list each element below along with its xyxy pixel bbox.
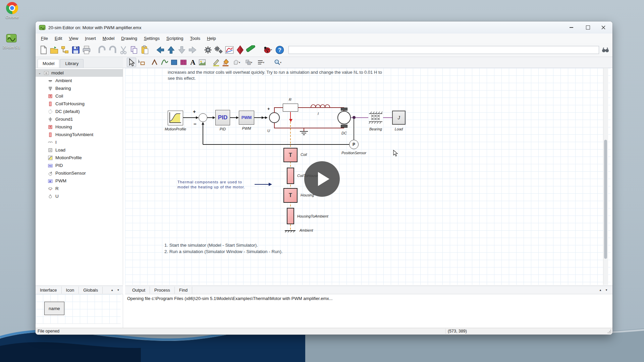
pattern-rect-tool-icon[interactable] xyxy=(179,58,188,67)
zoom-tool-icon[interactable]: ▾ xyxy=(272,58,284,67)
video-play-button[interactable] xyxy=(304,161,340,197)
close-button[interactable] xyxy=(596,21,611,34)
block-pid[interactable]: PID xyxy=(215,110,230,125)
undo-icon[interactable] xyxy=(97,45,107,55)
submodel-pointer-icon[interactable] xyxy=(137,58,146,67)
menu-tools[interactable]: Tools xyxy=(187,35,204,42)
titlebar[interactable]: 20-sim Editor on: Motor with PWM amplifi… xyxy=(36,21,612,34)
tree-item-pwm[interactable]: PWM xyxy=(36,177,123,185)
scrollbar-thumb[interactable] xyxy=(604,140,607,259)
tab-find[interactable]: Find xyxy=(175,287,192,294)
tab-library[interactable]: Library xyxy=(60,59,84,68)
debug-ladybug-icon[interactable]: ▾ xyxy=(262,45,274,55)
block-housing[interactable]: T xyxy=(283,188,298,203)
block-positionsensor[interactable]: P xyxy=(349,140,359,149)
canvas-vertical-scrollbar[interactable] xyxy=(603,68,608,285)
tab-output[interactable]: Output xyxy=(128,287,150,294)
help-icon[interactable]: ? xyxy=(275,45,284,55)
menu-edit[interactable]: Edit xyxy=(51,35,65,42)
block-r-resistor[interactable] xyxy=(283,104,298,112)
tree-item-u[interactable]: U xyxy=(36,192,123,200)
go-back-icon[interactable] xyxy=(156,45,165,55)
print-icon[interactable] xyxy=(82,45,91,55)
simulator-gears-icon[interactable] xyxy=(214,45,223,55)
tree-item-coil[interactable]: Coil xyxy=(36,92,123,100)
sum-junction[interactable] xyxy=(199,113,207,122)
desktop-shortcut-chrome[interactable]: Chrome xyxy=(1,2,23,19)
menu-file[interactable]: File xyxy=(38,35,51,42)
search-input[interactable] xyxy=(288,46,599,54)
tree-item-housing[interactable]: Housing xyxy=(36,123,123,131)
block-u-source[interactable] xyxy=(269,112,280,123)
settings-gear-icon[interactable] xyxy=(203,45,213,55)
rectangle-tool-icon[interactable] xyxy=(170,58,178,67)
go-up-icon[interactable] xyxy=(166,45,176,55)
text-tool-icon[interactable]: A xyxy=(189,58,197,67)
open-file-icon[interactable] xyxy=(50,45,59,55)
align-icon[interactable]: ▾ xyxy=(255,58,266,67)
block-dc-motor[interactable] xyxy=(337,111,351,124)
menu-model[interactable]: Model xyxy=(99,35,118,42)
tab-model[interactable]: Model xyxy=(38,59,59,68)
menu-drawing[interactable]: Drawing xyxy=(118,35,141,42)
tree-item-bearing[interactable]: Bearing xyxy=(36,84,123,92)
tab-interface[interactable]: Interface xyxy=(36,287,62,294)
minimize-button[interactable] xyxy=(564,21,579,34)
resize-grip-icon[interactable] xyxy=(607,329,612,334)
block-motionprofile[interactable] xyxy=(168,111,183,125)
menu-settings[interactable]: Settings xyxy=(141,35,163,42)
tab-icon[interactable]: Icon xyxy=(62,287,79,294)
name-button[interactable]: name xyxy=(44,302,64,315)
tree-item-r[interactable]: R xyxy=(36,185,123,192)
line-color-icon[interactable] xyxy=(212,58,221,67)
tree-item-positionsensor[interactable]: PositionSensor xyxy=(36,169,123,177)
paste-icon[interactable] xyxy=(140,45,150,55)
block-pwm[interactable]: PWM xyxy=(239,111,254,125)
select-cursor-icon[interactable] xyxy=(127,58,136,67)
menu-insert[interactable]: Insert xyxy=(82,35,99,42)
menu-help[interactable]: Help xyxy=(204,35,219,42)
polyline-tool-icon[interactable] xyxy=(151,58,160,67)
tree-item-ground1[interactable]: Ground1 xyxy=(36,115,123,123)
model-hierarchy-icon[interactable] xyxy=(60,45,70,55)
block-coil[interactable]: T xyxy=(283,148,298,162)
pane-up-button[interactable]: ▲ xyxy=(599,289,603,292)
maximize-button[interactable] xyxy=(580,21,596,34)
tree-item-load[interactable]: Load xyxy=(36,146,123,154)
plot-icon[interactable] xyxy=(225,45,234,55)
pane-up-button[interactable]: ▲ xyxy=(111,289,115,292)
tree-item-coiltohousing[interactable]: CoilToHousing xyxy=(36,100,123,108)
green-marker-icon[interactable] xyxy=(246,45,256,55)
shape-style-icon[interactable]: ▾ xyxy=(231,58,242,67)
go-forward-icon[interactable] xyxy=(188,45,197,55)
tree-item-dc[interactable]: DC (default) xyxy=(36,108,123,115)
tree-item-model[interactable]: ⌄ model xyxy=(36,69,123,77)
desktop-shortcut-20sim[interactable]: 20-sim 5.1 xyxy=(1,34,22,49)
copy-icon[interactable] xyxy=(129,45,139,55)
tree-item-housingtoambient[interactable]: HousingToAmbient xyxy=(36,131,123,138)
tab-process[interactable]: Process xyxy=(150,287,175,294)
tab-globals[interactable]: Globals xyxy=(79,287,103,294)
fill-color-icon[interactable] xyxy=(221,58,230,67)
binoculars-icon[interactable] xyxy=(602,47,609,53)
redo-icon[interactable] xyxy=(108,45,117,55)
new-file-icon[interactable] xyxy=(39,45,48,55)
tree-item-i[interactable]: I xyxy=(36,138,123,146)
save-icon[interactable] xyxy=(71,45,80,55)
block-coiltohousing[interactable] xyxy=(287,168,294,184)
tree-item-pid[interactable]: PID PID xyxy=(36,162,123,169)
tree-item-motionprofile[interactable]: MotionProfile xyxy=(36,154,123,162)
go-down-icon[interactable] xyxy=(177,45,186,55)
check-model-icon[interactable] xyxy=(235,45,245,55)
tree-item-ambient[interactable]: Ambient xyxy=(36,77,123,84)
menu-view[interactable]: View xyxy=(65,35,82,42)
block-load[interactable]: J xyxy=(392,111,406,125)
cut-icon[interactable] xyxy=(119,45,128,55)
menu-scripting[interactable]: Scripting xyxy=(163,35,187,42)
block-housingtoambient[interactable] xyxy=(287,208,294,224)
pane-down-button[interactable]: ▼ xyxy=(117,289,121,292)
curve-tool-icon[interactable] xyxy=(160,58,169,67)
pane-down-button[interactable]: ▼ xyxy=(605,289,609,292)
group-icon[interactable]: ▾ xyxy=(243,58,254,67)
image-tool-icon[interactable] xyxy=(198,58,207,67)
